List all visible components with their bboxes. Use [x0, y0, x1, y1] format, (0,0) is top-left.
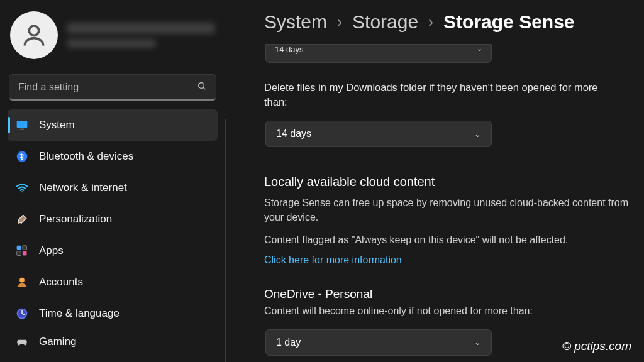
- onedrive-title: OneDrive - Personal: [264, 287, 630, 301]
- wifi-icon: [15, 181, 29, 195]
- cloud-content-desc-1: Storage Sense can free up space by remov…: [264, 195, 630, 224]
- gamepad-icon: [15, 335, 29, 349]
- sidebar-item-label: Apps: [39, 244, 64, 257]
- svg-rect-7: [17, 246, 21, 250]
- account-profile[interactable]: [5, 8, 220, 69]
- cloud-content-more-info-link[interactable]: Click here for more information: [264, 255, 402, 266]
- cloud-content-title: Locally available cloud content: [264, 175, 630, 189]
- dropdown-value: 14 days: [276, 128, 311, 140]
- svg-point-11: [19, 278, 25, 283]
- sidebar: System Bluetooth & devices Network & int…: [0, 0, 226, 362]
- settings-search[interactable]: [9, 74, 216, 101]
- sidebar-item-gaming[interactable]: Gaming: [8, 329, 218, 354]
- cloud-content-desc-2: Content flagged as "Always keep on this …: [264, 233, 630, 247]
- dropdown-value: 1 day: [276, 337, 301, 348]
- onedrive-dropdown[interactable]: 1 day ⌄: [265, 329, 492, 356]
- dropdown-value: 14 days: [275, 45, 304, 54]
- bluetooth-icon: [15, 150, 29, 163]
- sidebar-item-bluetooth[interactable]: Bluetooth & devices: [8, 141, 218, 172]
- main-content: System › Storage › Storage Sense 14 days…: [226, 0, 644, 362]
- chevron-down-icon: ⌄: [474, 129, 481, 139]
- person-icon: [15, 275, 29, 289]
- sidebar-item-apps[interactable]: Apps: [8, 235, 218, 266]
- sidebar-item-system[interactable]: System: [8, 109, 218, 141]
- watermark: © pctips.com: [562, 339, 631, 353]
- svg-point-6: [21, 191, 23, 192]
- display-icon: [15, 118, 29, 132]
- svg-point-0: [29, 26, 38, 35]
- sidebar-item-label: Gaming: [39, 336, 77, 348]
- svg-rect-10: [23, 251, 27, 256]
- sidebar-item-label: Accounts: [39, 276, 83, 288]
- search-input[interactable]: [18, 82, 197, 93]
- chevron-right-icon: ›: [428, 13, 433, 31]
- downloads-dropdown[interactable]: 14 days ⌄: [265, 121, 492, 147]
- breadcrumb-storage-sense: Storage Sense: [443, 11, 574, 33]
- sidebar-item-label: Bluetooth & devices: [39, 150, 133, 163]
- svg-line-2: [203, 87, 205, 89]
- sidebar-item-time-language[interactable]: Time & language: [8, 298, 218, 329]
- downloads-label: Delete files in my Downloads folder if t…: [264, 80, 616, 109]
- chevron-right-icon: ›: [337, 13, 342, 31]
- search-icon: [197, 81, 207, 94]
- chevron-down-icon: ⌄: [474, 337, 481, 347]
- sidebar-nav: System Bluetooth & devices Network & int…: [5, 109, 220, 354]
- sidebar-item-personalization[interactable]: Personalization: [8, 204, 218, 235]
- svg-rect-4: [20, 129, 25, 130]
- svg-rect-3: [17, 121, 28, 128]
- sidebar-item-network[interactable]: Network & internet: [8, 172, 218, 204]
- clock-globe-icon: [15, 307, 29, 321]
- sidebar-item-label: System: [39, 119, 75, 131]
- sidebar-item-accounts[interactable]: Accounts: [8, 266, 218, 298]
- sidebar-item-label: Network & internet: [39, 182, 127, 194]
- sidebar-item-label: Personalization: [39, 213, 112, 226]
- sidebar-item-label: Time & language: [39, 307, 119, 320]
- onedrive-label: Content will become online-only if not o…: [264, 304, 630, 318]
- svg-rect-8: [23, 246, 27, 250]
- svg-rect-9: [17, 251, 21, 256]
- breadcrumb-system[interactable]: System: [264, 11, 327, 33]
- breadcrumb-storage[interactable]: Storage: [352, 11, 418, 33]
- chevron-down-icon: ⌄: [477, 45, 482, 53]
- breadcrumb: System › Storage › Storage Sense: [264, 11, 630, 33]
- apps-icon: [15, 244, 29, 258]
- svg-point-1: [199, 82, 204, 88]
- vertical-divider: [225, 119, 226, 362]
- avatar: [10, 11, 58, 59]
- account-name-redacted: [67, 23, 215, 48]
- paintbrush-icon: [15, 212, 29, 226]
- recycle-bin-dropdown-truncated[interactable]: 14 days ⌄: [265, 44, 492, 63]
